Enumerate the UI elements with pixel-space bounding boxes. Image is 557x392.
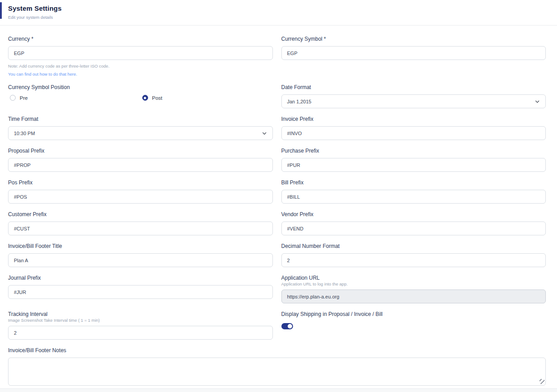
chevron-down-icon <box>535 99 540 104</box>
field-currency-symbol: Currency Symbol * <box>281 36 546 77</box>
vendor-prefix-label: Vendor Prefix <box>281 211 546 217</box>
time-format-value: 10:30 PM <box>14 131 35 136</box>
tracking-interval-label: Tracking Interval <box>8 311 273 317</box>
customer-prefix-label: Customer Prefix <box>8 211 273 217</box>
currency-symbol-label: Currency Symbol * <box>281 36 546 42</box>
proposal-prefix-label: Proposal Prefix <box>8 148 273 154</box>
radio-option-pre[interactable]: Pre <box>8 95 140 101</box>
footer-notes-textarea[interactable] <box>8 358 546 386</box>
field-customer-prefix: Customer Prefix <box>8 211 273 235</box>
radio-option-post[interactable]: Post <box>140 95 273 101</box>
field-bill-prefix: Bill Prefix <box>281 179 546 204</box>
field-invoice-prefix: Invoice Prefix <box>281 116 546 140</box>
application-url-label: Application URL <box>281 275 546 281</box>
proposal-prefix-input[interactable] <box>8 158 273 172</box>
decimal-format-input[interactable] <box>281 253 546 267</box>
field-display-shipping: Display Shipping in Proposal / Invoice /… <box>281 311 546 340</box>
purchase-prefix-label: Purchase Prefix <box>281 148 546 154</box>
toggle-knob-icon <box>288 324 292 328</box>
next-section-edge <box>0 388 557 392</box>
application-url-help: Application URL to log into the app. <box>281 281 546 286</box>
field-purchase-prefix: Purchase Prefix <box>281 148 546 172</box>
tracking-interval-input[interactable] <box>8 326 273 340</box>
display-shipping-label: Display Shipping in Proposal / Invoice /… <box>281 311 546 317</box>
application-url-input <box>281 290 546 303</box>
currency-help-link[interactable]: You can find out how to do that here. <box>8 72 273 77</box>
tracking-interval-help: Image Screenshot Take Interval time ( 1 … <box>8 318 273 323</box>
invoice-prefix-label: Invoice Prefix <box>281 116 546 122</box>
field-proposal-prefix: Proposal Prefix <box>8 148 273 172</box>
chevron-down-icon <box>262 131 267 136</box>
currency-position-radio-group: Pre Post <box>8 95 273 101</box>
display-shipping-toggle[interactable] <box>281 323 293 329</box>
date-format-value: Jan 1,2015 <box>287 99 311 104</box>
date-format-select[interactable]: Jan 1,2015 <box>281 94 546 108</box>
radio-pre-label: Pre <box>20 95 28 101</box>
field-pos-prefix: Pos Prefix <box>8 179 273 204</box>
footer-title-input[interactable] <box>8 253 273 267</box>
time-format-label: Time Format <box>8 116 273 122</box>
field-application-url: Application URL Application URL to log i… <box>281 275 546 303</box>
page-header: System Settings Edit your system details <box>0 0 557 25</box>
customer-prefix-input[interactable] <box>8 222 273 235</box>
system-settings-form: Currency * Note: Add currency code as pe… <box>0 26 557 386</box>
radio-pre-icon[interactable] <box>10 95 16 101</box>
purchase-prefix-input[interactable] <box>281 158 546 172</box>
pos-prefix-label: Pos Prefix <box>8 179 273 186</box>
journal-prefix-input[interactable] <box>8 285 273 299</box>
invoice-prefix-input[interactable] <box>281 126 546 140</box>
currency-note: Note: Add currency code as per three-let… <box>8 64 273 68</box>
field-vendor-prefix: Vendor Prefix <box>281 211 546 235</box>
currency-symbol-position-label: Currency Symbol Position <box>8 84 273 90</box>
date-format-label: Date Format <box>281 84 546 90</box>
field-date-format: Date Format Jan 1,2015 <box>281 84 546 108</box>
field-currency: Currency * Note: Add currency code as pe… <box>8 36 273 77</box>
footer-notes-label: Invoice/Bill Footer Notes <box>8 347 546 354</box>
journal-prefix-label: Journal Prefix <box>8 275 273 281</box>
field-currency-symbol-position: Currency Symbol Position Pre Post <box>8 84 273 108</box>
accent-bar <box>0 2 2 19</box>
pos-prefix-input[interactable] <box>8 190 273 204</box>
bill-prefix-input[interactable] <box>281 190 546 204</box>
field-decimal-format: Decimal Number Format <box>281 243 546 267</box>
field-journal-prefix: Journal Prefix <box>8 275 273 303</box>
time-format-select[interactable]: 10:30 PM <box>8 126 273 140</box>
radio-post-icon[interactable] <box>142 95 148 101</box>
field-time-format: Time Format 10:30 PM <box>8 116 273 140</box>
footer-title-label: Invoice/Bill Footer Title <box>8 243 273 249</box>
decimal-format-label: Decimal Number Format <box>281 243 546 249</box>
currency-label: Currency * <box>8 36 273 42</box>
currency-input[interactable] <box>8 46 273 60</box>
page-subtitle: Edit your system details <box>8 15 549 20</box>
page-title: System Settings <box>8 4 549 12</box>
currency-symbol-input[interactable] <box>281 46 546 60</box>
radio-post-label: Post <box>152 95 162 101</box>
field-footer-title: Invoice/Bill Footer Title <box>8 243 273 267</box>
vendor-prefix-input[interactable] <box>281 222 546 235</box>
field-tracking-interval: Tracking Interval Image Screenshot Take … <box>8 311 273 340</box>
field-footer-notes: Invoice/Bill Footer Notes <box>8 347 546 386</box>
bill-prefix-label: Bill Prefix <box>281 179 546 186</box>
